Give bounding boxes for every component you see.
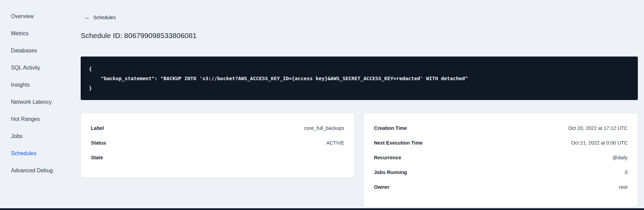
sidebar-item-advanced-debug[interactable]: Advanced Debug: [0, 162, 73, 179]
bottom-edge-strip: [0, 208, 644, 210]
schedule-details-page: Overview Metrics Databases SQL Activity …: [0, 0, 644, 210]
summary-row-state: State: [91, 150, 344, 165]
row-value: core_full_backups: [304, 125, 344, 131]
page-title: Schedule ID: 806799098533806081: [81, 32, 197, 40]
sidebar-item-insights[interactable]: Insights: [0, 76, 73, 94]
row-label: Jobs Running: [374, 170, 407, 175]
row-label: Next Execution Time: [374, 140, 422, 146]
back-arrow-icon: ←: [84, 15, 90, 20]
row-label: Creation Time: [374, 125, 407, 131]
back-link-label: Schedules: [93, 15, 116, 20]
sidebar-item-databases[interactable]: Databases: [0, 42, 73, 59]
sidebar-nav: Overview Metrics Databases SQL Activity …: [0, 8, 73, 179]
sidebar-item-network-latency[interactable]: Network Latency: [0, 94, 73, 111]
summary-row-jobs-running: Jobs Running 0: [374, 165, 628, 180]
row-label: Recurrence: [374, 155, 401, 160]
sidebar-item-metrics[interactable]: Metrics: [0, 25, 73, 42]
schedule-summary-card: Label core_full_backups Status ACTIVE St…: [81, 113, 354, 178]
summary-row-recurrence: Recurrence @daily: [374, 150, 628, 165]
row-label: State: [91, 155, 103, 160]
row-label: Owner: [374, 184, 389, 190]
sidebar-item-overview[interactable]: Overview: [0, 8, 73, 25]
summary-row-status: Status ACTIVE: [91, 135, 344, 150]
code-line: "backup_statement": "BACKUP INTO 's3://b…: [89, 74, 630, 83]
row-label: Label: [91, 125, 104, 131]
backup-statement-code-block: { "backup_statement": "BACKUP INTO 's3:/…: [81, 57, 638, 100]
row-value: root: [619, 184, 628, 190]
sidebar-item-hot-ranges[interactable]: Hot Ranges: [0, 111, 73, 128]
back-to-schedules-link[interactable]: ← Schedules: [84, 15, 116, 20]
summary-row-next-execution-time: Next Execution Time Oct 21, 2022 at 0:00…: [374, 135, 628, 150]
sidebar-item-schedules[interactable]: Schedules: [0, 145, 73, 162]
row-value: ACTIVE: [326, 140, 344, 146]
row-value: 0: [625, 170, 628, 175]
sidebar-item-jobs[interactable]: Jobs: [0, 128, 73, 145]
row-value: Oct 21, 2022 at 0:00 UTC: [571, 140, 628, 146]
summary-row-owner: Owner root: [374, 180, 628, 194]
sidebar-item-sql-activity[interactable]: SQL Activity: [0, 59, 73, 76]
code-line: }: [89, 83, 630, 93]
summary-row-label: Label core_full_backups: [91, 121, 344, 135]
summary-row-creation-time: Creation Time Oct 20, 2022 at 17:12 UTC: [374, 121, 628, 135]
row-value: @daily: [612, 155, 628, 160]
schedule-timing-card: Creation Time Oct 20, 2022 at 17:12 UTC …: [364, 113, 638, 207]
row-label: Status: [91, 140, 106, 146]
code-line: {: [89, 64, 630, 74]
row-value: Oct 20, 2022 at 17:12 UTC: [568, 125, 628, 131]
